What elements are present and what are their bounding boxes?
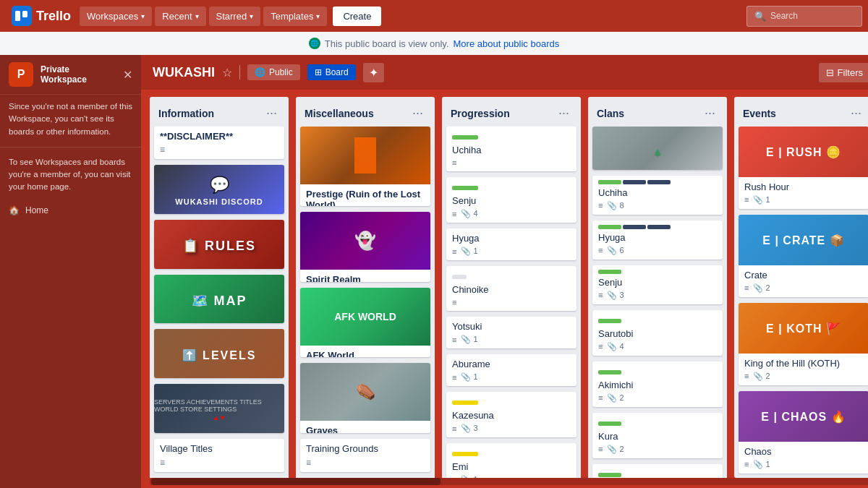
sidebar-close-btn[interactable]: ✕ [123,68,132,82]
card-koth[interactable]: E | KOTH 🚩 King of the Hill (KOTH) ≡📎 2 [739,303,868,385]
card-title: Chinoike [452,284,571,295]
card-uchiha-clan[interactable]: Uchiha ≡📎 8 [592,176,723,215]
visibility-tag[interactable]: 🌐 Public [247,64,300,80]
sidebar-home-link[interactable]: 🏠 Home [0,200,141,221]
search-icon: 🔍 [754,11,766,22]
sidebar-text-2: To see Workspaces and boards you're a me… [0,150,141,200]
list-title: Progression [451,108,510,119]
svg-rect-0 [15,11,20,21]
card-hyuga[interactable]: Hyuga ≡📎 1 [446,228,576,260]
logo[interactable]: Trello [6,6,77,26]
chevron-down-icon: ▾ [316,12,320,20]
board-header: WUKASHI ☆ 🌐 Public ⊞ Board ✦ ⊟ Filters [141,55,868,90]
list-menu-btn[interactable]: ··· [263,104,280,122]
card-title: **DISCLAIMER** [160,131,278,142]
card-uchiha[interactable]: Uchiha ≡ [446,127,576,171]
create-btn[interactable]: Create [333,7,381,26]
card-title: Kazesuna [452,410,571,421]
list-menu-btn[interactable]: ··· [848,104,864,122]
card-yotsuki[interactable]: Yotsuki ≡📎 1 [446,317,576,348]
lists-container: Information ··· **DISCLAIMER** ≡ 💬 WUKAS… [141,90,868,478]
card-title: Rush Hour [744,181,863,192]
card-chinoike[interactable]: Chinoike ≡ [446,266,576,311]
desc-icon: ≡ [306,458,311,468]
card-rules[interactable]: 📋 RULES Rules [154,220,284,269]
card-afk-world[interactable]: AFK WORLD AFK World [300,288,430,358]
templates-btn[interactable]: Templates ▾ [263,7,327,26]
card-title: Kura [598,431,717,442]
list-cards: 🌲 Konohagakure (Leaf) ≡📎 8 [588,127,727,478]
card-akimichi[interactable]: Akimichi ≡📎 2 [592,361,723,407]
list-menu-btn[interactable]: ··· [702,104,718,122]
desc-icon: ≡ [160,145,165,155]
board-view-tag[interactable]: ⊞ Board [307,64,356,80]
customize-btn[interactable]: ✦ [363,63,384,82]
filter-icon: ⊟ [826,67,834,78]
card-konohagakure[interactable]: 🌲 Konohagakure (Leaf) ≡📎 8 [592,127,723,170]
card-rush-hour[interactable]: E | RUSH 🪙 Rush Hour ≡📎 1 [739,127,868,209]
card-levels[interactable]: ⬆️ LEVELS Levels [154,329,284,378]
recent-btn[interactable]: Recent ▾ [155,7,205,26]
list-cards: Prestige (Ruin of the Lost World) 👻 Spir… [296,127,435,478]
desc-icon: ≡ [160,458,165,468]
sidebar: P Private Workspace ✕ Since you're not a… [0,55,141,488]
card-disclaimer[interactable]: **DISCLAIMER** ≡ [154,127,284,159]
sidebar-text-1: Since you're not a member of this Worksp… [0,95,141,144]
card-menu[interactable]: SERVERS ACHIEVEMENTS TITLES WORLD STORE … [154,384,284,433]
filters-btn[interactable]: ⊟ Filters [819,63,868,82]
list-menu-btn[interactable]: ··· [556,104,572,122]
card-title: Senju [452,195,571,206]
public-boards-link[interactable]: More about public boards [454,38,560,49]
card-map[interactable]: 🗺️ MAP Map [154,275,284,324]
list-title: Information [158,108,214,119]
globe-icon: 🌐 [309,38,320,49]
card-village-titles[interactable]: Village Titles ≡ [154,439,284,472]
logo-icon [12,6,32,26]
card-sarutobi[interactable]: Sarutobi ≡📎 4 [592,310,723,356]
card-title: Training Grounds [306,443,425,454]
list-progression: Progression ··· Uchiha ≡ Senju ≡📎 4 [442,97,581,478]
board-star-btn[interactable]: ☆ [222,66,232,80]
horizontal-scrollbar[interactable] [150,478,868,485]
card-title: Aburame [452,359,571,369]
card-hyuga-clan[interactable]: Hyuga ≡📎 6 [592,221,723,260]
card-graves[interactable]: ⚰️ Graves [300,363,430,433]
card-title: Prestige (Ruin of the Lost World) [306,189,425,206]
card-title: Hyuga [598,232,717,243]
top-nav: Trello Workspaces ▾ Recent ▾ Starred ▾ T… [0,0,868,32]
card-emi[interactable]: Emi ≡📎 1 [446,443,576,478]
list-miscellaneous: Miscellaneous ··· Prestige (Ruin of the … [296,97,435,478]
card-senju-clan[interactable]: Senju ≡📎 3 [592,265,723,304]
card-title: Uchiha [452,145,571,155]
starred-btn[interactable]: Starred ▾ [209,7,261,26]
search-bar[interactable]: 🔍 Search [746,6,862,27]
card-fuma[interactable]: Fuma [592,464,723,478]
list-title: Clans [597,108,624,119]
list-title: Miscellaneous [305,108,374,119]
workspaces-btn[interactable]: Workspaces ▾ [80,7,152,26]
card-title: Emi [452,461,571,472]
card-chaos[interactable]: E | CHAOS 🔥 Chaos ≡📎 1 [739,391,868,474]
list-menu-btn[interactable]: ··· [409,104,426,122]
card-discord[interactable]: 💬 WUKASHI DISCORD WUKASHI DISCORD [154,165,284,214]
logo-text: Trello [36,9,71,24]
card-training-grounds[interactable]: Training Grounds ≡ [300,439,430,472]
list-information: Information ··· **DISCLAIMER** ≡ 💬 WUKAS… [150,97,289,478]
card-kura[interactable]: Kura ≡📎 2 [592,413,723,458]
card-title: AFK World [306,350,425,358]
card-prestige[interactable]: Prestige (Ruin of the Lost World) [300,127,430,206]
card-title: Yotsuki [452,321,571,332]
card-senju[interactable]: Senju ≡📎 4 [446,177,576,223]
card-title: Hyuga [452,233,571,244]
public-banner: 🌐 This public board is view only. More a… [0,32,868,55]
card-kazesuna[interactable]: Kazesuna ≡📎 3 [446,392,576,437]
list-cards: E | RUSH 🪙 Rush Hour ≡📎 1 E | CRATE 📦 Cr [734,127,868,478]
card-title: King of the Hill (KOTH) [744,358,863,369]
card-crate[interactable]: E | CRATE 📦 Crate ≡📎 2 [739,215,868,297]
svg-rect-1 [22,11,27,17]
card-aburame[interactable]: Aburame ≡📎 1 [446,354,576,386]
card-title: Sarutobi [598,328,717,339]
card-title: Graves [306,425,425,433]
chevron-down-icon: ▾ [250,12,253,20]
card-spirit-realm[interactable]: 👻 Spirit Realm [300,212,430,282]
